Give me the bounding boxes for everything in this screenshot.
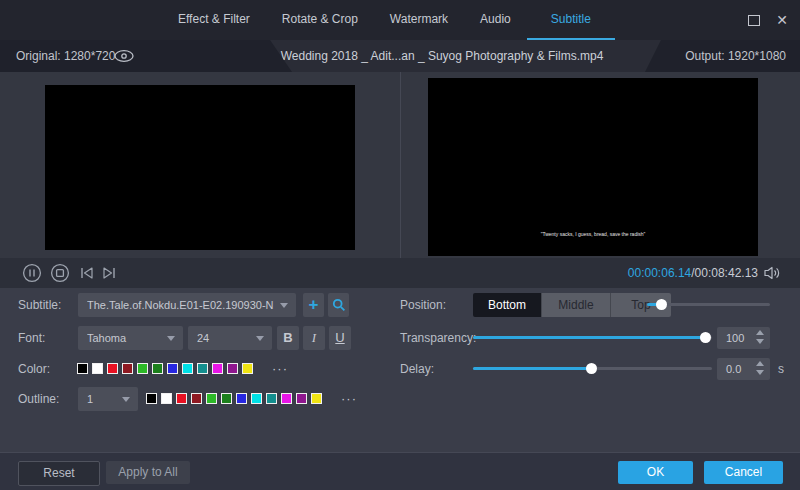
color-swatch[interactable] [236, 393, 247, 404]
cancel-button[interactable]: Cancel [704, 461, 783, 484]
transparency-slider[interactable] [473, 336, 712, 339]
color-swatch[interactable] [296, 393, 307, 404]
color-swatch-row [77, 363, 253, 374]
chevron-down-icon [122, 397, 130, 402]
color-swatch[interactable] [182, 363, 193, 374]
eye-icon[interactable] [113, 49, 135, 63]
color-swatch[interactable] [206, 393, 217, 404]
color-swatch[interactable] [266, 393, 277, 404]
color-swatch[interactable] [242, 363, 253, 374]
color-swatch[interactable] [77, 363, 88, 374]
spinner-down-icon[interactable] [756, 370, 764, 375]
color-swatch[interactable] [137, 363, 148, 374]
color-swatch[interactable] [167, 363, 178, 374]
delay-input[interactable]: 0.0 [717, 358, 770, 380]
previous-frame-icon[interactable] [79, 266, 95, 280]
more-colors-button[interactable]: ··· [272, 362, 288, 376]
preview-divider [400, 72, 401, 258]
color-swatch[interactable] [221, 393, 232, 404]
ok-button[interactable]: OK [618, 461, 693, 484]
position-slider-thumb[interactable] [656, 299, 667, 310]
subtitle-file-dropdown[interactable]: The.Tale.of.Nokdu.E01-E02.190930-NEXT-V.… [78, 293, 296, 317]
delay-slider-fill [473, 367, 592, 370]
original-resolution-label: Original: 1280*720 [16, 40, 115, 72]
color-swatch[interactable] [107, 363, 118, 374]
color-swatch[interactable] [311, 393, 322, 404]
output-video-pane: "Twenty sacks, I guess, bread, save the … [428, 78, 758, 256]
color-swatch[interactable] [251, 393, 262, 404]
delay-value: 0.0 [726, 358, 741, 380]
transparency-input[interactable]: 100 [717, 327, 770, 349]
spinner-up-icon[interactable] [756, 361, 764, 366]
more-outline-colors-button[interactable]: ··· [341, 392, 357, 406]
delay-slider[interactable] [473, 367, 712, 370]
add-subtitle-button[interactable]: + [303, 293, 324, 317]
subtitle-settings-panel: Subtitle: The.Tale.of.Nokdu.E01-E02.1909… [0, 288, 800, 452]
color-swatch[interactable] [227, 363, 238, 374]
spinner-down-icon[interactable] [756, 339, 764, 344]
color-swatch[interactable] [281, 393, 292, 404]
underline-button[interactable]: U [329, 326, 351, 350]
reset-button[interactable]: Reset [18, 461, 100, 486]
position-slider[interactable] [647, 303, 770, 306]
delay-label: Delay: [400, 357, 434, 381]
outline-size-dropdown[interactable]: 1 [78, 387, 138, 411]
position-segmented-control: BottomMiddleTop [473, 293, 671, 317]
maximize-icon[interactable] [748, 15, 760, 26]
transparency-label: Transparency: [400, 326, 476, 350]
color-swatch[interactable] [146, 393, 157, 404]
color-swatch[interactable] [92, 363, 103, 374]
font-size-dropdown[interactable]: 24 [188, 326, 272, 350]
spinner-up-icon[interactable] [756, 330, 764, 335]
output-resolution-badge: Output: 1920*1080 [645, 40, 800, 72]
position-option-bottom[interactable]: Bottom [473, 293, 541, 317]
stop-button-icon[interactable] [50, 263, 70, 283]
tab-bar: Effect & FilterRotate & CropWatermarkAud… [162, 0, 615, 40]
position-option-middle[interactable]: Middle [541, 293, 610, 317]
pause-button-icon[interactable] [22, 263, 42, 283]
delay-spinner [756, 361, 764, 375]
outline-size-value: 1 [87, 387, 116, 411]
subtitle-label: Subtitle: [18, 293, 61, 317]
color-swatch[interactable] [212, 363, 223, 374]
color-swatch[interactable] [197, 363, 208, 374]
preview-area: "Twenty sacks, I guess, bread, save the … [0, 72, 800, 258]
font-family-value: Tahoma [87, 326, 161, 350]
subtitle-overlay-text: "Twenty sacks, I guess, bread, save the … [428, 231, 758, 237]
apply-to-all-button[interactable]: Apply to All [106, 461, 190, 484]
timecode: 00:00:06.14/00:08:42.13 [588, 258, 758, 288]
window-controls: ✕ [748, 0, 788, 40]
close-icon[interactable]: ✕ [776, 13, 788, 27]
color-swatch[interactable] [191, 393, 202, 404]
chevron-down-icon [280, 303, 288, 308]
titlebar: Effect & FilterRotate & CropWatermarkAud… [0, 0, 800, 40]
delay-slider-thumb[interactable] [586, 363, 597, 374]
tab-rotate-crop[interactable]: Rotate & Crop [266, 0, 374, 40]
color-swatch[interactable] [122, 363, 133, 374]
font-size-value: 24 [197, 326, 250, 350]
info-bar: Best Cinematic Wedding 2018 _ Adit...an … [0, 40, 800, 72]
volume-icon[interactable] [763, 265, 781, 281]
transparency-slider-thumb[interactable] [700, 332, 711, 343]
tab-audio[interactable]: Audio [464, 0, 527, 40]
tab-effect-filter[interactable]: Effect & Filter [162, 0, 266, 40]
subtitle-editor-window: Effect & FilterRotate & CropWatermarkAud… [0, 0, 800, 490]
search-icon [332, 298, 346, 312]
italic-button[interactable]: I [303, 326, 325, 350]
current-time: 00:00:06.14 [628, 266, 691, 280]
transparency-slider-fill [473, 336, 706, 339]
search-subtitle-button[interactable] [328, 293, 349, 317]
font-family-dropdown[interactable]: Tahoma [78, 326, 183, 350]
tab-watermark[interactable]: Watermark [374, 0, 464, 40]
transparency-spinner [756, 330, 764, 344]
tab-subtitle[interactable]: Subtitle [527, 0, 615, 40]
next-frame-icon[interactable] [101, 266, 117, 280]
color-swatch[interactable] [176, 393, 187, 404]
playback-bar: 00:00:06.14/00:08:42.13 [0, 258, 800, 288]
bold-button[interactable]: B [277, 326, 299, 350]
font-label: Font: [18, 326, 45, 350]
color-swatch[interactable] [152, 363, 163, 374]
color-swatch[interactable] [161, 393, 172, 404]
output-resolution-label: Output: 1920*1080 [685, 40, 786, 72]
chevron-down-icon [256, 336, 264, 341]
